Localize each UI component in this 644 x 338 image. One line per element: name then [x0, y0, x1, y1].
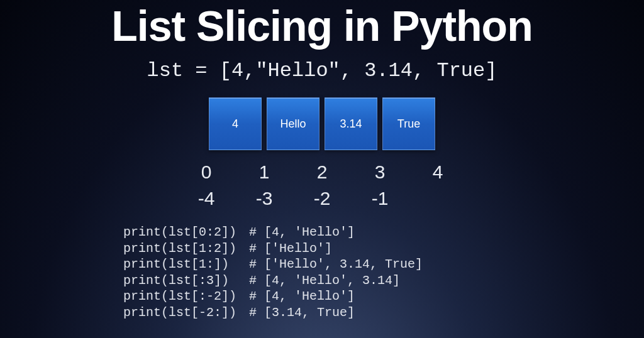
slice-call: print(lst[-2:]) [123, 305, 249, 321]
slice-result: # [3.14, True] [249, 305, 355, 321]
list-box: 4 [209, 97, 262, 150]
list-box: True [382, 97, 435, 150]
slice-call: print(lst[:-2]) [123, 288, 249, 305]
negative-index-row: -4 -3 -2 -1 [177, 188, 467, 209]
slice-call: print(lst[:3]) [123, 273, 249, 289]
index-label: -2 [293, 188, 351, 209]
list-box: 3.14 [325, 97, 377, 150]
index-label: 1 [235, 161, 293, 183]
slice-result: # ['Hello', 3.14, True] [249, 256, 423, 273]
index-label: -1 [351, 188, 409, 209]
slice-result: # ['Hello'] [249, 241, 332, 257]
list-declaration: lst = [4,"Hello", 3.14, True] [0, 59, 644, 82]
list-box: Hello [267, 97, 319, 150]
index-label: -4 [177, 188, 235, 209]
index-label: 2 [293, 161, 351, 183]
slice-example-row: print(lst[-2:]) # [3.14, True] [123, 305, 355, 321]
slice-example-row: print(lst[0:2]) # [4, 'Hello'] [123, 224, 355, 241]
slice-example-row: print(lst[1:]) # ['Hello', 3.14, True] [123, 256, 423, 273]
slice-examples: print(lst[0:2]) # [4, 'Hello'] print(lst… [0, 224, 644, 321]
index-label [409, 188, 467, 209]
slice-call: print(lst[1:]) [123, 256, 249, 273]
index-label: 0 [177, 161, 235, 183]
slice-example-row: print(lst[:3]) # [4, 'Hello', 3.14] [123, 273, 400, 289]
slice-example-row: print(lst[:-2]) # [4, 'Hello'] [123, 288, 355, 305]
slice-result: # [4, 'Hello'] [249, 288, 355, 305]
index-label: -3 [235, 188, 293, 209]
positive-index-row: 0 1 2 3 4 [177, 161, 467, 183]
slide-title: List Slicing in Python [0, 0, 644, 50]
slice-example-row: print(lst[1:2]) # ['Hello'] [123, 241, 332, 257]
slice-result: # [4, 'Hello'] [249, 224, 355, 241]
index-annotations: 0 1 2 3 4 -4 -3 -2 -1 [0, 161, 644, 209]
list-boxes-row: 4 Hello 3.14 True [0, 97, 644, 150]
slice-call: print(lst[0:2]) [123, 224, 249, 241]
slice-call: print(lst[1:2]) [123, 241, 249, 257]
index-label: 4 [409, 161, 467, 183]
slice-result: # [4, 'Hello', 3.14] [249, 273, 400, 289]
index-label: 3 [351, 161, 409, 183]
